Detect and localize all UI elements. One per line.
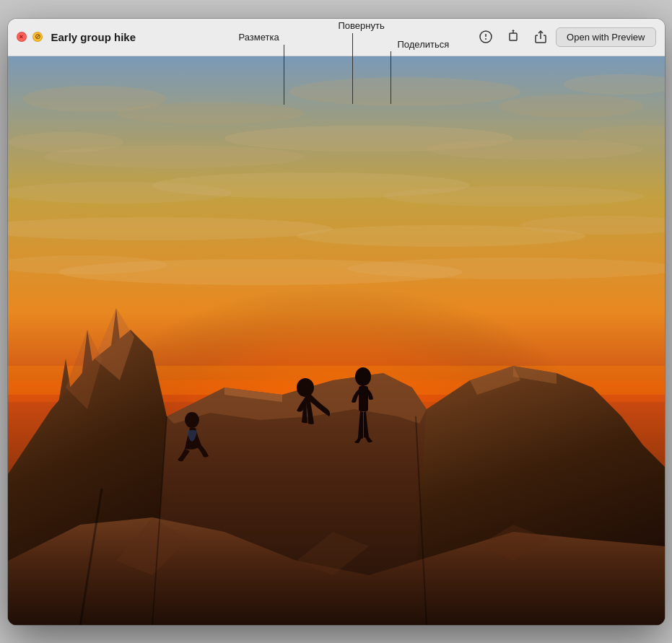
svg-point-24 (347, 258, 665, 279)
close-icon: × (19, 34, 23, 40)
svg-point-8 (289, 77, 520, 106)
rotate-button[interactable] (501, 25, 525, 49)
minimize-icon: ⊘ (35, 33, 40, 40)
svg-point-12 (44, 145, 304, 168)
share-button[interactable] (528, 25, 553, 49)
rotate-icon (506, 30, 520, 44)
photo-scene (8, 56, 665, 625)
open-with-preview-button[interactable]: Open with Preview (556, 27, 655, 47)
minimize-button[interactable]: ⊘ (32, 32, 43, 42)
markup-button[interactable] (474, 25, 498, 49)
share-icon (533, 30, 548, 44)
svg-rect-3 (510, 33, 517, 40)
svg-rect-49 (359, 386, 368, 411)
svg-point-48 (355, 367, 371, 386)
svg-point-9 (499, 95, 643, 118)
image-container (8, 56, 665, 625)
markup-icon (479, 30, 493, 44)
toolbar-buttons: Open with Preview (474, 25, 655, 49)
svg-point-2 (485, 38, 486, 40)
main-window: Разметка Повернуть Поделиться × ⊘ Early … (8, 19, 665, 625)
traffic-lights: × ⊘ (17, 32, 43, 42)
svg-point-7 (116, 102, 304, 124)
svg-point-18 (383, 186, 643, 206)
close-button[interactable]: × (17, 32, 27, 42)
scene-svg (8, 56, 665, 625)
window-title: Early group hike (51, 31, 468, 43)
titlebar: × ⊘ Early group hike (8, 19, 665, 56)
